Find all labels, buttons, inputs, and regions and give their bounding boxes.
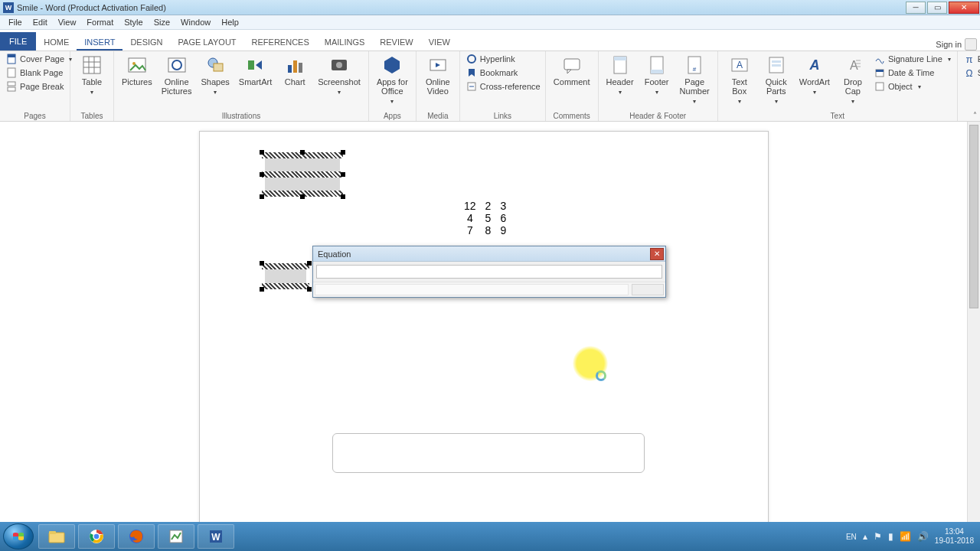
tray-chevron-up-icon[interactable]: ▴ [863,531,867,542]
tray-battery-icon[interactable]: ▮ [888,531,893,542]
dialog-close-button[interactable]: ✕ [650,248,664,260]
tab-references[interactable]: REFERENCES [244,33,317,51]
svg-rect-33 [614,57,626,60]
comment-button[interactable]: Comment [550,53,593,88]
dialog-action-button[interactable] [632,284,664,295]
apps-for-office-button[interactable]: Apps for Office▾ [374,53,411,108]
svg-rect-4 [8,87,15,91]
windows-logo-icon [11,529,26,544]
footer-icon [646,54,668,76]
group-pages: Cover Page▾ Blank Page Page Break Pages [0,51,70,121]
smartart-icon [245,54,266,76]
menu-window[interactable]: Window [175,18,216,27]
svg-rect-15 [214,64,223,71]
menu-help[interactable]: Help [216,18,244,27]
busy-cursor-icon [596,370,606,381]
footer-button[interactable]: Footer▾ [640,53,674,99]
tab-design[interactable]: DESIGN [122,33,170,51]
tray-network-icon[interactable]: 📶 [900,531,911,542]
bookmark-button[interactable]: Bookmark [465,67,542,79]
group-pages-label: Pages [5,110,65,121]
pictures-button[interactable]: Pictures [119,53,155,88]
taskbar-app[interactable] [158,524,194,549]
quick-parts-button[interactable]: Quick Parts▾ [760,53,793,108]
tray-clock[interactable]: 13:04 19-01-2018 [935,527,974,546]
symbol-button[interactable]: Ω Symbol▾ [962,67,980,79]
tray-flag-icon[interactable]: ⚑ [874,531,882,542]
group-tables: Table ▾ Tables [70,51,114,121]
drop-cap-button[interactable]: A Drop Cap▾ [836,53,870,108]
table-button[interactable]: Table ▾ [75,53,109,99]
menu-edit[interactable]: Edit [28,18,53,27]
vertical-scrollbar[interactable] [967,122,980,522]
tab-insert[interactable]: INSERT [77,33,122,51]
equation-object-selected-1[interactable] [262,152,343,197]
avatar-icon [965,38,977,51]
tab-page-layout[interactable]: PAGE LAYOUT [171,33,244,51]
chart-button[interactable]: Chart [278,53,312,88]
equation-object-selected-2[interactable] [262,263,309,289]
signature-line-button[interactable]: Signature Line▾ [873,53,952,65]
scrollbar-thumb[interactable] [969,125,978,308]
table-icon [81,54,103,76]
empty-content-box[interactable] [332,433,645,473]
cross-reference-icon [466,81,477,92]
svg-marker-27 [469,69,475,77]
date-time-icon [874,67,885,78]
wordart-button[interactable]: A WordArt▾ [796,53,833,99]
page-break-button[interactable]: Page Break [5,80,74,93]
equation-icon: π [964,54,975,64]
tray-volume-icon[interactable]: 🔊 [917,531,929,542]
hyperlink-icon [466,54,477,64]
group-comments-label: Comments [550,110,593,121]
tab-view[interactable]: VIEW [421,33,458,51]
header-button[interactable]: Header▾ [603,53,637,99]
page-number-button[interactable]: # Page Number▾ [677,53,713,108]
screenshot-button[interactable]: Screenshot▾ [315,53,364,99]
sign-in-label: Sign in [936,40,962,49]
start-button[interactable] [3,523,34,549]
blank-page-button[interactable]: Blank Page [5,67,74,79]
cover-page-button[interactable]: Cover Page▾ [5,53,74,65]
minimize-button[interactable]: ─ [906,2,926,14]
close-button[interactable]: ✕ [949,2,979,14]
dialog-titlebar[interactable]: Equation ✕ [313,246,665,262]
equation-button[interactable]: π Equation▾ [962,53,980,65]
online-pictures-button[interactable]: Online Pictures [158,53,195,97]
group-header-footer-label: Header & Footer [603,110,713,121]
ribbon: Cover Page▾ Blank Page Page Break Pages … [0,51,980,122]
equation-input[interactable] [316,265,662,279]
smartart-button[interactable]: SmartArt [236,53,275,88]
svg-rect-16 [248,60,254,70]
maximize-button[interactable]: ▭ [927,2,947,14]
text-box-button[interactable]: A Text Box▾ [723,53,756,108]
cross-reference-button[interactable]: Cross-reference [465,80,542,93]
taskbar-explorer[interactable] [38,524,75,549]
tray-language[interactable]: EN [846,533,857,541]
collapse-ribbon-button[interactable]: ˄ [973,111,977,119]
group-media: Online Video Media [416,51,460,121]
signature-icon [874,54,885,64]
menu-view[interactable]: View [53,18,82,27]
object-button[interactable]: Object▾ [873,80,952,93]
menu-file[interactable]: File [3,18,28,27]
hyperlink-button[interactable]: Hyperlink [465,53,542,65]
taskbar-word[interactable]: W [198,524,234,549]
menu-size[interactable]: Size [149,18,175,27]
menu-style[interactable]: Style [119,18,148,27]
sign-in[interactable]: Sign in [936,38,977,51]
tab-review[interactable]: REVIEW [372,33,420,51]
online-video-button[interactable]: Online Video [421,53,455,97]
shapes-button[interactable]: Shapes▾ [198,53,233,99]
menu-format[interactable]: Format [81,18,119,27]
tab-mailings[interactable]: MAILINGS [317,33,373,51]
svg-rect-2 [8,68,15,77]
tab-home[interactable]: HOME [36,33,77,51]
date-time-button[interactable]: Date & Time [873,67,952,79]
group-apps-label: Apps [374,110,411,121]
taskbar-firefox[interactable] [118,524,155,549]
chart-icon [284,54,305,76]
taskbar-chrome[interactable] [78,524,115,549]
tab-file[interactable]: FILE [0,32,36,51]
tray-time: 13:04 [935,527,974,536]
